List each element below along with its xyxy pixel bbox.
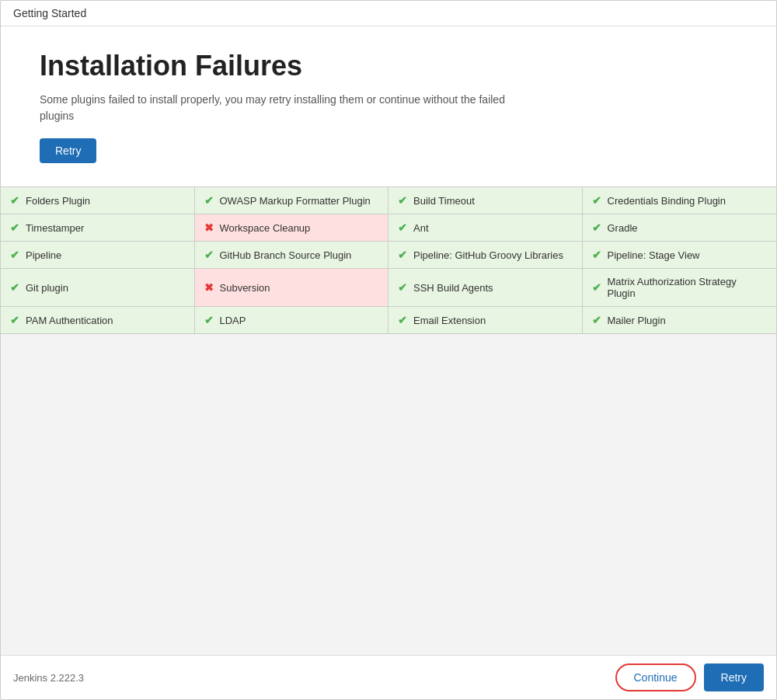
plugin-name: LDAP [220, 315, 246, 326]
check-icon: ✔ [10, 194, 19, 207]
check-icon: ✔ [204, 314, 214, 326]
plugin-name: Email Extension [413, 315, 486, 326]
header-section: Installation Failures Some plugins faile… [1, 26, 776, 186]
plugin-cell: ✔Build Timeout [388, 187, 583, 214]
check-icon: ✔ [10, 314, 19, 326]
plugin-name: Timestamper [26, 222, 84, 234]
check-icon: ✔ [398, 281, 407, 294]
plugin-cell: ✔SSH Build Agents [388, 269, 583, 307]
check-icon: ✔ [398, 314, 407, 326]
plugin-cell: ✔Mailer Plugin [583, 307, 777, 334]
plugin-cell: ✔PAM Authentication [1, 307, 195, 334]
plugin-cell: ✔LDAP [195, 307, 389, 334]
plugin-cell: ✔Pipeline: Stage View [583, 242, 777, 269]
plugin-name: GitHub Branch Source Plugin [220, 249, 352, 261]
retry-button-footer[interactable]: Retry [704, 663, 764, 691]
check-icon: ✔ [204, 194, 214, 207]
check-icon: ✔ [398, 249, 407, 261]
check-icon: ✔ [592, 194, 601, 207]
main-content: Installation Failures Some plugins faile… [1, 26, 776, 655]
plugin-cell: ✔Pipeline [1, 242, 195, 269]
x-icon: ✖ [204, 281, 214, 294]
main-window: Getting Started Installation Failures So… [0, 0, 777, 700]
plugin-cell: ✖Subversion [195, 269, 389, 307]
plugin-name: Pipeline: Stage View [608, 249, 700, 261]
check-icon: ✔ [592, 221, 601, 234]
check-icon: ✔ [592, 281, 601, 294]
plugin-cell: ✔GitHub Branch Source Plugin [195, 242, 389, 269]
plugin-cell: ✔Timestamper [1, 214, 195, 242]
plugin-name: Matrix Authorization Strategy Plugin [608, 276, 768, 299]
plugin-cell: ✔Git plugin [1, 269, 195, 307]
plugin-name: Folders Plugin [26, 195, 90, 207]
check-icon: ✔ [204, 249, 214, 261]
footer-actions: Continue Retry [615, 663, 765, 691]
plugin-name: Credentials Binding Plugin [608, 195, 726, 207]
check-icon: ✔ [10, 221, 19, 234]
x-icon: ✖ [204, 221, 214, 234]
plugin-name: Pipeline [26, 249, 61, 261]
footer-version: Jenkins 2.222.3 [13, 672, 84, 684]
check-icon: ✔ [398, 221, 407, 234]
plugin-cell: ✔Gradle [583, 214, 777, 242]
check-icon: ✔ [398, 194, 407, 207]
plugin-cell: ✔Credentials Binding Plugin [583, 187, 777, 214]
continue-button[interactable]: Continue [615, 663, 696, 691]
plugin-name: PAM Authentication [26, 315, 113, 326]
plugin-name: Build Timeout [413, 195, 475, 207]
plugin-name: Pipeline: GitHub Groovy Libraries [413, 249, 563, 261]
plugin-name: Subversion [220, 282, 270, 294]
check-icon: ✔ [592, 314, 601, 326]
plugins-grid: ✔Folders Plugin✔OWASP Markup Formatter P… [1, 186, 776, 334]
plugin-name: OWASP Markup Formatter Plugin [220, 195, 371, 207]
title-bar-label: Getting Started [13, 7, 86, 19]
plugin-name: Ant [413, 222, 429, 234]
check-icon: ✔ [592, 249, 601, 261]
plugin-cell: ✔Matrix Authorization Strategy Plugin [583, 269, 777, 307]
page-description: Some plugins failed to install properly,… [40, 92, 506, 124]
plugin-name: Gradle [608, 222, 638, 234]
plugin-name: Git plugin [26, 282, 68, 294]
retry-button-header[interactable]: Retry [40, 138, 96, 163]
plugin-cell: ✔Pipeline: GitHub Groovy Libraries [388, 242, 583, 269]
empty-space [1, 334, 776, 655]
plugin-cell: ✖Workspace Cleanup [195, 214, 389, 242]
plugin-name: Mailer Plugin [608, 315, 666, 326]
plugin-cell: ✔Email Extension [388, 307, 583, 334]
plugin-name: Workspace Cleanup [220, 222, 311, 234]
plugin-cell: ✔OWASP Markup Formatter Plugin [195, 187, 389, 214]
check-icon: ✔ [10, 281, 19, 294]
page-title: Installation Failures [40, 50, 737, 82]
plugin-cell: ✔Folders Plugin [1, 187, 195, 214]
plugin-name: SSH Build Agents [413, 282, 493, 294]
check-icon: ✔ [10, 249, 19, 261]
footer: Jenkins 2.222.3 Continue Retry [1, 655, 776, 699]
title-bar: Getting Started [1, 1, 776, 26]
plugin-cell: ✔Ant [388, 214, 583, 242]
